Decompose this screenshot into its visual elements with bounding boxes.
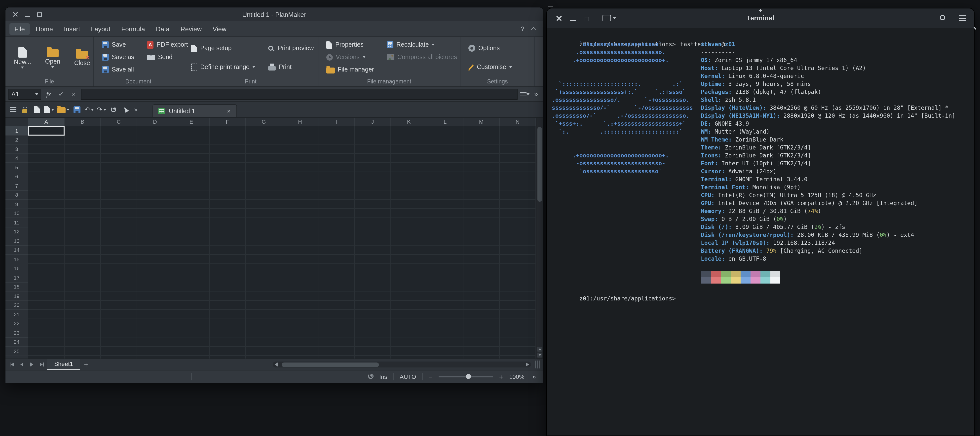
undo-button[interactable]: ↶ [83, 103, 95, 115]
document-tab-close-button[interactable]: × [226, 108, 231, 115]
column-header[interactable]: I [318, 118, 355, 126]
row-header[interactable]: 21 [5, 310, 28, 319]
formula-input[interactable] [81, 89, 517, 100]
close-window-button[interactable] [552, 12, 566, 25]
document-tab[interactable]: Untitled 1 × [153, 104, 237, 117]
row-header[interactable]: 9 [5, 200, 28, 209]
menu-item[interactable]: File [10, 23, 30, 35]
customise-button[interactable]: Customise [465, 61, 515, 73]
insert-function-button[interactable]: fx [44, 89, 54, 99]
cell-grid[interactable] [28, 126, 536, 358]
column-header[interactable]: H [282, 118, 318, 126]
edit-mode-button[interactable] [520, 89, 530, 99]
row-header[interactable]: 10 [5, 209, 28, 218]
recalculate-button[interactable]: Recalculate [384, 39, 460, 51]
search-button[interactable] [936, 12, 950, 25]
scroll-left-button[interactable] [275, 363, 278, 366]
menu-button[interactable] [955, 12, 969, 25]
zoom-slider[interactable] [439, 376, 493, 377]
zoom-out-button[interactable]: − [428, 373, 433, 380]
first-sheet-button[interactable] [8, 360, 16, 369]
column-header[interactable]: A [28, 118, 65, 126]
row-header[interactable]: 18 [5, 282, 28, 291]
last-sheet-button[interactable] [37, 360, 46, 369]
save-button[interactable]: Save [99, 39, 137, 51]
column-header[interactable]: E [173, 118, 210, 126]
row-header[interactable]: 5 [5, 163, 28, 172]
row-header[interactable]: 17 [5, 273, 28, 282]
minimize-window-button[interactable] [566, 12, 580, 25]
horizontal-scrollbar[interactable] [273, 361, 531, 368]
new-button[interactable]: New... [10, 45, 35, 70]
column-header[interactable]: C [101, 118, 137, 126]
toolbar-overflow-button[interactable]: » [132, 106, 140, 113]
row-header[interactable]: 22 [5, 319, 28, 328]
new-tab-button[interactable] [600, 13, 619, 23]
row-header[interactable]: 1 [5, 126, 28, 135]
scroll-right-button[interactable] [526, 363, 529, 366]
sheet-tab-sheet1[interactable]: Sheet1 [47, 359, 80, 370]
row-header[interactable]: 25 [5, 347, 28, 356]
column-header[interactable]: J [355, 118, 391, 126]
row-header[interactable]: 13 [5, 236, 28, 245]
row-header[interactable]: 26 [5, 356, 28, 358]
zoom-slider-thumb[interactable] [466, 374, 471, 379]
menu-item[interactable]: View [208, 23, 231, 35]
row-header[interactable]: 3 [5, 145, 28, 154]
row-header[interactable]: 23 [5, 328, 28, 337]
row-header[interactable]: 2 [5, 135, 28, 145]
sidebar-toggle-button[interactable] [8, 103, 18, 115]
page-setup-button[interactable]: Page setup [188, 42, 259, 54]
column-header[interactable]: M [463, 118, 500, 126]
scroll-down-button[interactable] [537, 353, 542, 358]
terminal-content[interactable]: z01:/usr/share/applications>fastfetch `o… [547, 28, 974, 436]
zoom-level[interactable]: 100% [509, 373, 524, 380]
vertical-scrollbar-thumb[interactable] [538, 127, 542, 202]
open-file-button[interactable] [56, 103, 70, 115]
column-header[interactable]: L [427, 118, 463, 126]
menu-item[interactable]: Home [31, 23, 58, 35]
minimize-window-button[interactable] [21, 10, 33, 19]
row-header[interactable]: 12 [5, 227, 28, 236]
select-all-corner[interactable] [5, 118, 28, 126]
sync-button[interactable] [368, 373, 373, 380]
row-header[interactable]: 4 [5, 154, 28, 163]
menu-item[interactable]: Insert [59, 23, 85, 35]
maximize-window-button[interactable] [33, 10, 45, 19]
insert-mode-indicator[interactable]: Ins [379, 373, 387, 380]
row-header[interactable]: 16 [5, 264, 28, 273]
select-pointer-button[interactable] [120, 103, 131, 115]
new-from-template-button[interactable] [43, 103, 55, 115]
versions-button[interactable]: Versions [323, 51, 377, 63]
cell-name-box[interactable]: A1 [8, 89, 41, 100]
row-header[interactable]: 24 [5, 337, 28, 347]
cancel-entry-button[interactable]: × [68, 89, 78, 99]
save-as-button[interactable]: Save as [99, 51, 137, 63]
save-all-button[interactable]: Save all [99, 64, 137, 75]
auto-mode-indicator[interactable]: AUTO [399, 373, 416, 380]
protect-sheet-button[interactable] [19, 103, 30, 115]
vertical-scrollbar[interactable] [536, 118, 543, 358]
properties-button[interactable]: Properties [323, 39, 377, 51]
row-header[interactable]: 19 [5, 291, 28, 301]
column-header[interactable]: B [65, 118, 101, 126]
row-header[interactable]: 8 [5, 191, 28, 200]
row-header[interactable]: 20 [5, 301, 28, 310]
column-header[interactable]: G [246, 118, 282, 126]
terminal-titlebar[interactable]: Terminal [547, 8, 974, 28]
redo-button[interactable]: ↷ [96, 103, 107, 115]
menu-item[interactable]: Review [176, 23, 207, 35]
print-preview-button[interactable]: Print preview [266, 42, 317, 54]
close-window-button[interactable] [10, 10, 21, 19]
menu-item[interactable]: Data [151, 23, 175, 35]
new-file-button[interactable] [31, 103, 42, 115]
define-print-range-button[interactable]: Define print range [188, 61, 259, 73]
row-header[interactable]: 6 [5, 172, 28, 181]
formula-overflow-button[interactable]: » [533, 91, 540, 98]
zoom-in-button[interactable]: + [499, 373, 503, 380]
add-sheet-button[interactable]: + [81, 361, 91, 368]
statusbar-overflow-button[interactable]: » [530, 373, 538, 380]
row-header[interactable]: 14 [5, 245, 28, 255]
compress-pictures-button[interactable]: Compress all pictures [384, 51, 460, 63]
confirm-entry-button[interactable]: ✓ [56, 89, 66, 99]
